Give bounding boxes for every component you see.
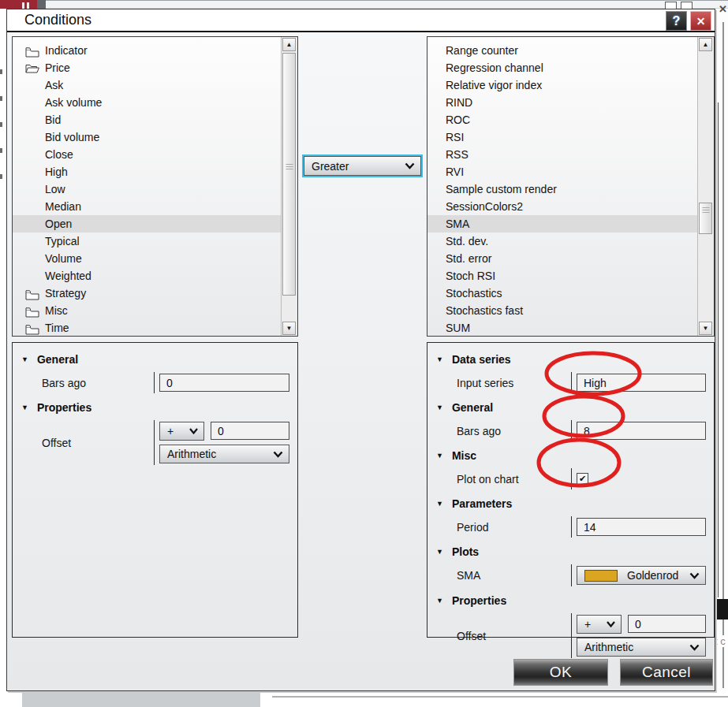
tree-item[interactable]: Indicator [13,42,282,59]
tree-item[interactable]: High [13,163,282,180]
collapse-triangle-icon[interactable]: ▼ [436,500,443,508]
scrollbar-thumb[interactable] [282,53,296,296]
list-item[interactable]: Sample custom render [427,180,698,198]
period-input[interactable] [577,518,706,536]
list-item[interactable]: Relative vigor index [427,76,698,94]
bars-ago-input[interactable] [159,374,289,392]
offset-value-input[interactable] [211,422,289,440]
list-item[interactable]: Stochastics fast [427,302,698,319]
list-item-label: Relative vigor index [446,76,542,94]
plot-color-dropdown[interactable]: Goldenrod [577,566,706,585]
title-bar[interactable]: Conditions ? ✕ [7,9,715,32]
tree-item[interactable]: Low [13,180,282,198]
tree-item[interactable]: Ask volume [13,94,282,111]
color-swatch [584,570,618,582]
section-parameters[interactable]: ▼ Parameters [436,495,714,512]
input-series-input[interactable] [577,374,706,392]
collapse-triangle-icon[interactable]: ▼ [21,404,28,411]
scroll-down-icon[interactable]: ▼ [282,322,296,335]
section-properties[interactable]: ▼ Properties [436,592,714,609]
list-item[interactable]: RSI [427,128,698,146]
collapse-triangle-icon[interactable]: ▼ [436,597,443,605]
right-list-scrollbar[interactable]: ▲ ▼ [697,37,714,336]
plot-on-chart-row: Plot on chart ✔ [427,468,714,489]
list-item[interactable]: RIND [427,94,698,111]
bars-ago-row: Bars ago [427,420,714,441]
tree-item-label: High [45,163,68,180]
operator-dropdown[interactable]: Greater [304,156,421,176]
tree-item[interactable]: Close [13,146,282,163]
tree-item[interactable]: Bid volume [13,128,282,146]
scroll-up-icon[interactable]: ▲ [282,38,296,51]
chevron-down-icon [273,451,283,458]
tree-item-label: Close [45,146,73,163]
tree-item[interactable]: Ask [13,76,282,94]
collapse-triangle-icon[interactable]: ▼ [436,355,443,363]
tree-item[interactable]: Open [13,215,282,233]
list-item[interactable]: SessionColors2 [427,198,698,215]
tree-item-label: Bid [45,111,61,128]
tree-item[interactable]: Price [13,59,282,76]
list-item[interactable]: Regression channel [427,59,698,76]
tree-item[interactable]: Strategy [13,285,282,302]
list-item[interactable]: Std. dev. [427,233,698,250]
offset-row: Offset + Arithmetic [13,420,297,465]
list-item-label: Stoch RSI [446,267,495,285]
scroll-down-icon[interactable]: ▼ [699,322,712,335]
tree-item-label: Bid volume [45,128,99,146]
background-window-border [722,22,724,688]
left-list-scrollbar[interactable]: ▲ ▼ [281,37,297,336]
list-item-label: Std. error [446,250,491,267]
tree-item[interactable]: Time [13,319,282,336]
list-item[interactable]: SMA [427,215,698,233]
check-icon: ✔ [579,474,586,484]
folder-icon [25,288,40,299]
section-general[interactable]: ▼ General [436,399,714,416]
offset-mode-dropdown[interactable]: Arithmetic [577,638,706,657]
background-close-icon: ✕ [719,3,727,15]
tree-item[interactable]: Bid [13,111,282,128]
folder-icon [25,322,40,333]
tree-item[interactable]: Volume [13,250,282,267]
list-item[interactable]: Stochastics [427,285,698,302]
cancel-button[interactable]: Cancel [620,659,713,686]
section-data-series[interactable]: ▼ Data series [436,351,714,368]
list-item[interactable]: RSS [427,146,698,163]
collapse-triangle-icon[interactable]: ▼ [21,355,28,363]
list-item[interactable]: ROC [427,111,698,128]
section-misc[interactable]: ▼ Misc [436,447,714,464]
help-button[interactable]: ? [666,11,687,31]
list-item[interactable]: Std. error [427,250,698,267]
tree-item[interactable]: Typical [13,233,282,250]
ok-button[interactable]: OK [513,659,608,686]
sma-plot-label: SMA [427,564,571,586]
offset-mode-value: Arithmetic [167,448,216,460]
bars-ago-input[interactable] [577,422,706,440]
collapse-triangle-icon[interactable]: ▼ [436,404,443,411]
section-general[interactable]: ▼ General [21,351,297,368]
list-item[interactable]: Stoch RSI [427,267,698,285]
tree-item[interactable]: Median [13,198,282,215]
list-item-label: RSS [446,146,469,163]
list-item[interactable]: RVI [427,163,698,180]
left-properties-panel: ▼ General Bars ago ▼ Properties Offset + [12,342,298,638]
list-item[interactable]: SUM [427,319,698,336]
close-button[interactable]: ✕ [690,11,711,31]
section-plots[interactable]: ▼ Plots [436,543,714,560]
offset-value-input[interactable] [628,615,706,633]
scrollbar-thumb[interactable] [699,203,712,234]
tree-item[interactable]: Weighted [13,267,282,285]
collapse-triangle-icon[interactable]: ▼ [436,548,443,556]
offset-operator-value: + [167,425,174,437]
offset-operator-dropdown[interactable]: + [577,615,622,634]
tree-item[interactable]: Misc [13,302,282,319]
section-properties[interactable]: ▼ Properties [21,399,297,416]
offset-mode-value: Arithmetic [584,641,633,653]
scroll-up-icon[interactable]: ▲ [699,38,712,51]
plot-on-chart-checkbox[interactable]: ✔ [577,473,588,485]
offset-operator-dropdown[interactable]: + [159,422,204,441]
list-item[interactable]: Range counter [427,42,698,59]
offset-mode-dropdown[interactable]: Arithmetic [159,445,289,463]
background-fragment [0,174,2,179]
collapse-triangle-icon[interactable]: ▼ [436,452,443,460]
